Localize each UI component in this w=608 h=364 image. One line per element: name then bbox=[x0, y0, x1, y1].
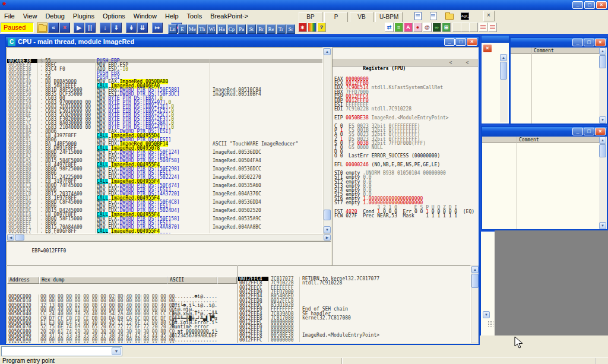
cwm-comment-header[interactable]: Comment bbox=[519, 137, 539, 143]
cwm-vscrollbar[interactable]: ▲ ▼ bbox=[599, 137, 607, 229]
plugin-button-vb[interactable]: VB bbox=[350, 12, 373, 23]
plugin-button-ubpm[interactable]: U-BPM bbox=[375, 12, 403, 23]
toolbar-close-icon[interactable]: × bbox=[483, 11, 495, 21]
maximize-button[interactable]: □ bbox=[584, 1, 595, 9]
restart-icon[interactable]: « bbox=[48, 23, 59, 33]
comment-window-top-titlebar[interactable]: _ □ × bbox=[511, 38, 607, 48]
scroll-down-icon[interactable]: ▼ bbox=[324, 226, 331, 233]
cwm-close-button[interactable]: × bbox=[595, 128, 606, 135]
blank-button-1[interactable] bbox=[452, 23, 461, 32]
open-file-icon[interactable] bbox=[37, 23, 48, 33]
registers-collapse2-icon[interactable]: < bbox=[461, 59, 473, 66]
registers-pane[interactable]: Registers (FPU) < < EAX 00000000ECX 0012… bbox=[332, 48, 479, 265]
window-button-wi[interactable]: Wi bbox=[207, 24, 216, 34]
disasm-vscrollbar[interactable]: ▲ ▼ bbox=[323, 48, 331, 234]
plugin-button-p[interactable]: P bbox=[324, 12, 348, 23]
disasm-row[interactable]: 0050BE3E.53PUSH EBX bbox=[7, 71, 322, 75]
menu-file[interactable]: File bbox=[0, 11, 19, 21]
menu-debug[interactable]: Debug bbox=[41, 11, 68, 21]
background-window-scrollbar[interactable]: ▲ bbox=[500, 54, 508, 122]
pause-icon[interactable]: || bbox=[85, 23, 96, 33]
gear-options-icon[interactable]: ∗ bbox=[298, 23, 307, 32]
stack-row[interactable]: 0012FFFC00000000 bbox=[238, 338, 470, 342]
window-button-th[interactable]: Th bbox=[198, 24, 207, 34]
scroll-left-icon[interactable]: ◀ bbox=[7, 235, 14, 240]
cwt-vscrollbar[interactable]: ▲ ▼ bbox=[599, 48, 607, 124]
blank-button-3[interactable] bbox=[469, 23, 478, 32]
menu-window[interactable]: Window bbox=[129, 11, 161, 21]
scroll-right-icon[interactable]: ▶ bbox=[324, 235, 331, 240]
menu-help[interactable]: Help bbox=[161, 11, 183, 21]
appearance-colors-icon[interactable] bbox=[308, 23, 316, 32]
cpu-window-titlebar[interactable]: C CPU - main thread, module ImageRed _ □… bbox=[6, 37, 479, 47]
cwt-scroll-thumb[interactable] bbox=[599, 55, 606, 68]
menu-breakpoint[interactable]: BreakPoint-> bbox=[206, 11, 252, 21]
cwm-column-divider[interactable] bbox=[517, 137, 517, 229]
window-button-cp[interactable]: Cp bbox=[227, 24, 236, 34]
resize-grip[interactable] bbox=[487, 321, 493, 327]
background-gray-window[interactable] bbox=[495, 230, 608, 337]
close-program-icon[interactable]: × bbox=[59, 23, 70, 33]
window-button-sr[interactable]: Sr bbox=[286, 24, 295, 34]
background-window-fragment-bottom[interactable]: ▼ bbox=[480, 232, 495, 337]
dump-header-address[interactable]: Address bbox=[7, 277, 39, 284]
disasm-hscroll-thumb[interactable] bbox=[15, 235, 24, 240]
execute-till-return-icon[interactable]: ↦ bbox=[152, 23, 163, 33]
cpu-minimize-button[interactable]: _ bbox=[444, 38, 455, 46]
trace-over-icon[interactable]: ⇊ bbox=[137, 23, 148, 33]
cwt-maximize-button[interactable]: □ bbox=[584, 39, 594, 46]
registers-collapse-icon[interactable]: < bbox=[445, 59, 457, 66]
registers-header[interactable]: Registers (FPU) < < bbox=[332, 59, 478, 67]
bgb-scroll-down-icon[interactable]: ▼ bbox=[483, 311, 490, 318]
dump-row[interactable]: 0050C0B000 00 00 00 00 00 00 00 00 00 00… bbox=[7, 343, 237, 343]
record-icon[interactable]: ● bbox=[413, 23, 422, 32]
help-icon[interactable]: ? bbox=[317, 23, 326, 32]
cwt-comment-header[interactable]: Comment bbox=[534, 48, 554, 53]
cwm-scroll-thumb[interactable] bbox=[599, 144, 606, 157]
blank-button-2[interactable] bbox=[461, 23, 470, 32]
step-into-icon[interactable]: ↓ bbox=[100, 23, 110, 33]
cwt-column-divider[interactable] bbox=[531, 48, 532, 124]
background-window-close-icon[interactable]: × bbox=[483, 44, 492, 53]
scroll-up-icon[interactable]: ▲ bbox=[324, 48, 331, 55]
stack-vscrollbar[interactable]: ▲ bbox=[471, 265, 479, 343]
open-folder-icon[interactable] bbox=[444, 11, 455, 21]
comment-window-middle-titlebar[interactable]: _ □ × bbox=[482, 127, 607, 137]
dump-header-ascii[interactable]: ASCII bbox=[167, 277, 217, 284]
command-combobox[interactable]: ▼ bbox=[1, 346, 122, 356]
trace-into-icon[interactable]: ↡ bbox=[126, 23, 137, 33]
comment-window-middle[interactable]: _ □ × Comment ▲ ▼ bbox=[481, 126, 608, 230]
app-titlebar[interactable]: * _ □ × bbox=[0, 0, 608, 10]
window-button-ln[interactable]: Ln bbox=[168, 24, 177, 34]
close-button[interactable]: × bbox=[596, 1, 607, 9]
comment-window-top[interactable]: _ □ × Comment ▲ ▼ bbox=[509, 37, 608, 125]
bg-scroll-up-icon[interactable]: ▲ bbox=[500, 54, 507, 61]
background-window-fragment[interactable]: × ▲ bbox=[481, 35, 509, 124]
log-book-icon[interactable]: ≡ bbox=[394, 23, 403, 32]
dump-pane[interactable]: Address Hex dump ASCII 0050C00000 00 00 … bbox=[7, 265, 238, 343]
disasm-scroll-thumb[interactable] bbox=[324, 210, 331, 220]
disassembly-pane[interactable]: 0050BE38$55PUSH EBP0050BE39.8BECMOV EBP,… bbox=[7, 48, 323, 234]
window-button-e[interactable]: E bbox=[178, 24, 187, 34]
combobox-dropdown-icon[interactable]: ▼ bbox=[112, 347, 121, 355]
cwm-scroll-down-icon[interactable]: ▼ bbox=[599, 222, 606, 229]
cpu-window[interactable]: C CPU - main thread, module ImageRed _ □… bbox=[5, 36, 480, 345]
run-icon[interactable]: ▶ bbox=[74, 23, 84, 33]
cwm-maximize-button[interactable]: □ bbox=[584, 128, 594, 135]
cpu-close-button[interactable]: × bbox=[467, 38, 477, 46]
cwt-close-button[interactable]: × bbox=[595, 39, 606, 46]
spiral-icon[interactable]: @ bbox=[423, 23, 432, 32]
window-button-st[interactable]: St bbox=[247, 24, 256, 34]
minimize-button[interactable]: _ bbox=[572, 1, 583, 9]
window-button-tr[interactable]: Tr bbox=[277, 24, 286, 34]
window-button-ha[interactable]: Ha bbox=[217, 24, 226, 34]
list-view-icon[interactable] bbox=[479, 23, 487, 32]
bg-scroll-thumb[interactable] bbox=[500, 62, 507, 80]
disasm-hscrollbar[interactable]: ◀ ▶ bbox=[7, 234, 331, 241]
goggles-icon[interactable]: ∞ bbox=[432, 23, 441, 32]
list-columns-icon[interactable] bbox=[488, 23, 497, 32]
cwt-scroll-down-icon[interactable]: ▼ bbox=[599, 116, 606, 124]
console-icon[interactable]: &gt;_ bbox=[459, 11, 470, 21]
background-window-titlebar[interactable] bbox=[482, 36, 509, 43]
dump-header-hex[interactable]: Hex dump bbox=[39, 277, 167, 284]
